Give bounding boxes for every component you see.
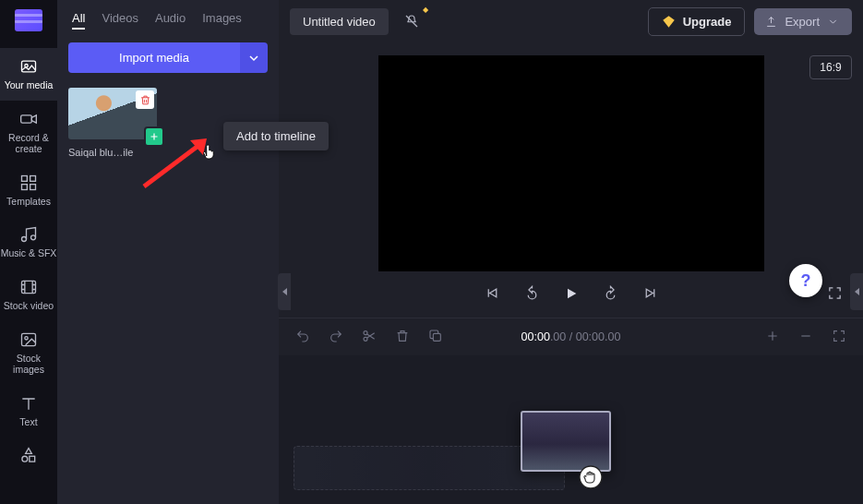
- split-button[interactable]: [362, 329, 377, 346]
- redo-button[interactable]: [329, 329, 343, 346]
- rail-item-label: Your media: [5, 79, 54, 91]
- bell-off-icon: [403, 13, 420, 30]
- tab-all[interactable]: All: [72, 11, 85, 30]
- collapse-right-panel[interactable]: [850, 273, 863, 310]
- fullscreen-button[interactable]: [827, 285, 843, 304]
- svg-rect-2: [21, 114, 32, 122]
- upload-icon: [765, 16, 777, 28]
- rail-your-media[interactable]: Your media: [0, 48, 57, 101]
- media-panel: All Videos Audio Images Import media: [57, 0, 279, 504]
- rail-stock-video[interactable]: Stock video: [0, 269, 57, 321]
- time-total-frac: .00: [605, 330, 620, 343]
- camera-icon: [19, 110, 38, 128]
- rail-item-label: Templates: [6, 196, 51, 208]
- fit-button[interactable]: [832, 329, 846, 346]
- image-icon: [19, 330, 38, 349]
- plus-icon: [765, 329, 780, 343]
- preview-area: 16:9: [279, 42, 863, 318]
- help-label: ?: [801, 271, 811, 291]
- copy-icon: [428, 329, 443, 343]
- dragging-clip[interactable]: [521, 411, 611, 472]
- undo-icon: [295, 329, 310, 343]
- main-area: Untitled video ◆ Upgrade Export 16:9: [279, 0, 863, 504]
- svg-rect-9: [22, 281, 36, 293]
- music-icon: [19, 225, 38, 244]
- skip-start-button[interactable]: [485, 285, 500, 304]
- skip-forward-icon: [642, 285, 658, 301]
- tab-videos[interactable]: Videos: [102, 11, 138, 30]
- export-label: Export: [785, 15, 820, 29]
- zoom-out-button[interactable]: [798, 329, 813, 346]
- film-icon: [19, 278, 38, 296]
- import-media-dropdown[interactable]: [240, 42, 268, 73]
- rewind-icon: [524, 285, 540, 301]
- playback-controls: [279, 271, 863, 318]
- clip-label: Saiqal blu…ile: [68, 147, 157, 158]
- rewind-button[interactable]: [524, 285, 540, 304]
- rail-stock-images[interactable]: Stock images: [0, 321, 57, 385]
- rail-item-label: Record & create: [0, 132, 57, 155]
- tab-images[interactable]: Images: [202, 11, 242, 30]
- svg-point-15: [364, 337, 367, 341]
- redo-icon: [329, 329, 343, 343]
- import-media-button[interactable]: Import media: [68, 42, 240, 73]
- zoom-in-button[interactable]: [765, 329, 780, 346]
- media-icon: [19, 57, 38, 76]
- upgrade-button[interactable]: Upgrade: [648, 7, 746, 36]
- media-tabs: All Videos Audio Images: [57, 0, 279, 39]
- timeline-panel: 00:00.00 / 00:00.00: [279, 318, 863, 504]
- rail-item-label: Stock video: [4, 300, 54, 312]
- rail-text[interactable]: Text: [0, 385, 57, 438]
- delete-clip-button[interactable]: [136, 90, 154, 109]
- svg-rect-10: [22, 333, 36, 345]
- plus-icon: [149, 131, 160, 142]
- time-current-frac: .00: [550, 330, 566, 343]
- svg-point-11: [25, 336, 28, 339]
- silence-toggle[interactable]: ◆: [398, 7, 426, 35]
- delete-button[interactable]: [395, 329, 410, 346]
- grid-icon: [19, 174, 38, 192]
- svg-rect-13: [30, 457, 35, 462]
- timeline-timecode: 00:00.00 / 00:00.00: [521, 330, 621, 343]
- aspect-ratio-button[interactable]: 16:9: [809, 55, 852, 79]
- clip-thumbnail[interactable]: [68, 88, 157, 139]
- time-current: 00:00: [521, 330, 550, 343]
- duplicate-button[interactable]: [428, 329, 443, 346]
- scissors-icon: [362, 329, 377, 343]
- rail-more[interactable]: [0, 437, 57, 477]
- svg-rect-16: [433, 333, 440, 341]
- timeline-tracks[interactable]: [279, 355, 863, 504]
- rail-item-label: Music & SFX: [1, 247, 57, 259]
- svg-rect-4: [30, 175, 36, 181]
- topbar: Untitled video ◆ Upgrade Export: [279, 0, 863, 42]
- forward-button[interactable]: [603, 285, 618, 304]
- time-total: 00:00: [576, 330, 605, 343]
- tab-audio[interactable]: Audio: [155, 11, 186, 30]
- premium-badge-icon: ◆: [423, 6, 428, 14]
- rail-item-label: Stock images: [0, 353, 57, 376]
- help-button[interactable]: ?: [789, 264, 822, 297]
- export-button[interactable]: Export: [754, 8, 852, 35]
- skip-end-button[interactable]: [642, 285, 658, 304]
- svg-point-8: [31, 235, 36, 240]
- rail-music-sfx[interactable]: Music & SFX: [0, 216, 57, 269]
- undo-button[interactable]: [295, 329, 310, 346]
- text-icon: [19, 394, 38, 413]
- rail-templates[interactable]: Templates: [0, 164, 57, 217]
- rail-record-create[interactable]: Record & create: [0, 101, 57, 164]
- media-clip[interactable]: Saiqal blu…ile: [68, 88, 157, 158]
- shapes-icon: [19, 446, 38, 464]
- play-button[interactable]: [564, 286, 579, 304]
- forward-icon: [603, 285, 618, 301]
- left-rail: Your media Record & create Templates Mus…: [0, 0, 57, 504]
- skip-back-icon: [485, 285, 500, 301]
- svg-rect-6: [30, 184, 36, 189]
- chevron-down-icon: [249, 54, 258, 63]
- svg-rect-5: [22, 184, 28, 189]
- project-title[interactable]: Untitled video: [290, 8, 389, 35]
- diamond-icon: [662, 15, 676, 29]
- video-preview[interactable]: [378, 55, 764, 271]
- add-to-timeline-button[interactable]: [144, 126, 164, 147]
- trash-icon: [139, 94, 151, 106]
- collapse-media-panel[interactable]: [278, 273, 291, 310]
